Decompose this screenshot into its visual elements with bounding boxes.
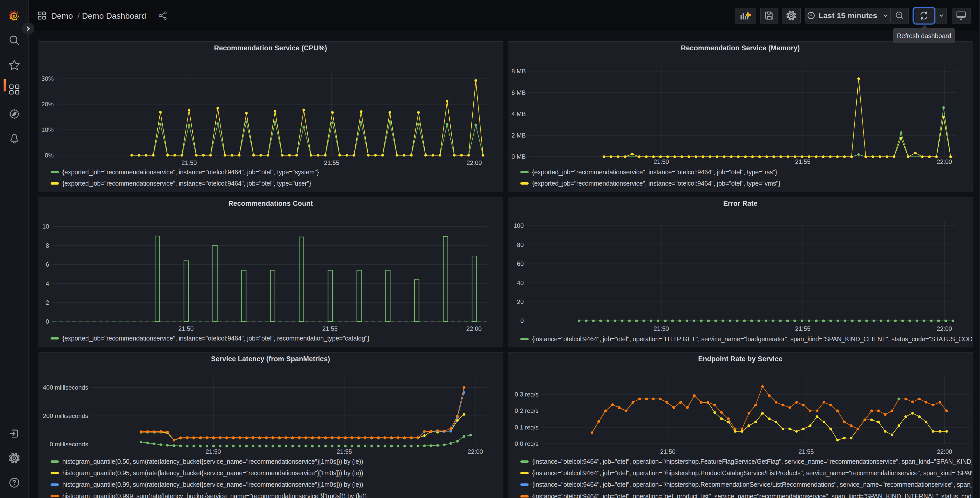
svg-text:6 MB: 6 MB: [511, 89, 526, 96]
svg-text:400 milliseconds: 400 milliseconds: [43, 384, 88, 391]
svg-text:0%: 0%: [45, 152, 54, 159]
svg-text:200 milliseconds: 200 milliseconds: [43, 412, 88, 419]
svg-text:80: 80: [517, 241, 524, 248]
svg-text:8: 8: [46, 242, 49, 249]
svg-text:2: 2: [46, 299, 49, 306]
svg-text:21:50: 21:50: [178, 325, 194, 332]
svg-text:22:00: 22:00: [468, 448, 483, 455]
svg-text:21:55: 21:55: [324, 159, 339, 166]
svg-text:21:55: 21:55: [795, 158, 810, 165]
svg-text:0: 0: [46, 318, 49, 325]
svg-text:10%: 10%: [41, 126, 54, 133]
svg-text:20: 20: [517, 298, 524, 305]
svg-text:21:50: 21:50: [181, 159, 197, 166]
svg-text:40: 40: [517, 279, 524, 286]
svg-text:100: 100: [514, 222, 524, 229]
svg-text:6: 6: [46, 261, 49, 268]
svg-text:21:50: 21:50: [654, 158, 669, 165]
svg-text:0.2 req/s: 0.2 req/s: [515, 407, 539, 414]
svg-text:8 MB: 8 MB: [511, 68, 526, 75]
svg-text:0 milliseconds: 0 milliseconds: [49, 441, 88, 448]
svg-text:0.1 req/s: 0.1 req/s: [515, 424, 539, 431]
svg-text:22:00: 22:00: [466, 325, 482, 332]
svg-text:21:55: 21:55: [795, 325, 810, 332]
svg-text:22:00: 22:00: [937, 158, 952, 165]
svg-text:10: 10: [42, 223, 49, 230]
svg-text:21:55: 21:55: [799, 448, 814, 455]
svg-text:4: 4: [46, 280, 49, 287]
svg-text:0: 0: [520, 317, 524, 324]
svg-text:60: 60: [517, 260, 524, 267]
svg-text:22:00: 22:00: [937, 325, 952, 332]
svg-text:21:50: 21:50: [206, 448, 221, 455]
svg-text:?: ?: [12, 479, 16, 486]
svg-text:0.3 req/s: 0.3 req/s: [515, 391, 539, 398]
svg-text:2 MB: 2 MB: [511, 132, 526, 139]
svg-text:4 MB: 4 MB: [511, 110, 526, 117]
svg-text:22:00: 22:00: [466, 159, 482, 166]
svg-text:22:00: 22:00: [937, 448, 952, 455]
svg-text:0.0 req/s: 0.0 req/s: [515, 440, 539, 447]
svg-text:21:50: 21:50: [654, 325, 669, 332]
svg-text:30%: 30%: [41, 75, 54, 82]
svg-text:21:55: 21:55: [322, 325, 338, 332]
svg-text:0 MB: 0 MB: [511, 153, 526, 160]
svg-text:20%: 20%: [41, 101, 54, 108]
svg-text:21:50: 21:50: [660, 448, 676, 455]
svg-text:21:55: 21:55: [337, 448, 352, 455]
